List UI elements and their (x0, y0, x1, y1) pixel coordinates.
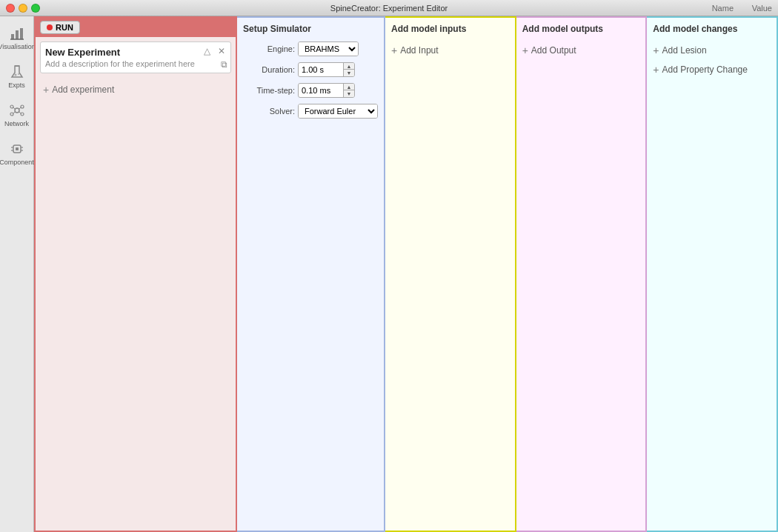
setup-simulator-column: Setup Simulator Engine: BRAHMS GeNN DAMS… (237, 16, 385, 532)
sidebar-expts-label: Expts (8, 82, 25, 90)
add-lesion-label: Add Lesion (662, 45, 707, 56)
add-input-label: Add Input (400, 45, 438, 56)
model-changes-column: Add model changes + Add Lesion + Add Pro… (647, 16, 778, 532)
add-output-label: Add Output (531, 45, 576, 56)
experiment-panel-header: RUN (36, 18, 236, 37)
duration-label: Duration: (243, 65, 295, 74)
close-icon[interactable]: ✕ (216, 45, 227, 57)
sidebar-network-label: Network (4, 121, 29, 128)
duration-value-container: ▲ ▼ (298, 62, 355, 77)
sidebar-item-expts[interactable]: Expts (2, 58, 32, 95)
window-title: SpineCreator: Experiment Editor (330, 4, 448, 13)
run-button[interactable]: RUN (40, 21, 80, 34)
maximize-button[interactable] (31, 4, 40, 13)
engine-value-container: BRAHMS GeNN DAMSON (298, 41, 359, 56)
minimize-button[interactable] (19, 4, 27, 13)
add-property-link[interactable]: + Add Property Change (653, 64, 771, 76)
svg-point-10 (21, 113, 24, 116)
network-icon (8, 102, 26, 119)
add-output-plus-icon: + (522, 44, 528, 56)
svg-line-11 (13, 107, 15, 109)
svg-line-12 (19, 107, 21, 109)
model-outputs-column: Add model outputs + Add Output (516, 16, 648, 532)
columns-container: Setup Simulator Engine: BRAHMS GeNN DAMS… (237, 16, 778, 532)
sidebar-visualisation-label: Visualisation (0, 44, 36, 51)
solver-value-container: Forward Euler Runge-Kutta 4 Backward Eul… (298, 104, 378, 119)
add-property-plus-icon: + (653, 64, 659, 76)
sidebar-item-network[interactable]: Network (2, 96, 32, 133)
svg-rect-0 (11, 34, 14, 39)
sidebar-component-label: Component (0, 159, 34, 167)
duration-spin-up[interactable]: ▲ (344, 63, 354, 70)
add-input-plus-icon: + (391, 44, 397, 56)
timestep-label: Time-step: (243, 86, 295, 95)
solver-label: Solver: (243, 107, 295, 116)
model-outputs-title: Add model outputs (522, 24, 640, 34)
svg-point-7 (10, 105, 13, 108)
engine-label: Engine: (243, 44, 295, 53)
experiment-title: New Experiment (45, 47, 226, 58)
edit-icon[interactable]: △ (201, 45, 213, 57)
sidebar: Visualisation Expts (0, 16, 34, 532)
svg-rect-1 (16, 30, 19, 39)
timestep-spin-down[interactable]: ▼ (344, 90, 354, 97)
svg-line-14 (19, 112, 21, 113)
experiment-description: Add a description for the experiment her… (45, 59, 226, 68)
add-lesion-plus-icon: + (653, 44, 659, 56)
engine-row: Engine: BRAHMS GeNN DAMSON (243, 41, 378, 56)
duration-row: Duration: ▲ ▼ (243, 62, 378, 77)
solver-row: Solver: Forward Euler Runge-Kutta 4 Back… (243, 104, 378, 119)
timestep-row: Time-step: ▲ ▼ (243, 83, 378, 98)
value-column-label: Value (752, 4, 772, 13)
add-output-link[interactable]: + Add Output (522, 44, 640, 56)
window-controls (6, 4, 40, 13)
svg-point-4 (14, 74, 16, 76)
add-experiment-plus-icon: + (43, 84, 49, 96)
component-icon (8, 140, 26, 158)
solver-select[interactable]: Forward Euler Runge-Kutta 4 Backward Eul… (299, 104, 377, 118)
engine-select[interactable]: BRAHMS GeNN DAMSON (299, 42, 358, 56)
timestep-spin-up[interactable]: ▲ (344, 84, 354, 90)
chart-icon (8, 24, 26, 42)
timestep-spinner: ▲ ▼ (343, 84, 354, 97)
run-dot-icon (47, 24, 53, 30)
svg-line-13 (13, 112, 15, 113)
svg-point-9 (10, 113, 13, 116)
duration-spin-down[interactable]: ▼ (344, 70, 354, 76)
title-bar: SpineCreator: Experiment Editor Name Val… (0, 0, 778, 16)
add-experiment-row[interactable]: + Add experiment (36, 78, 236, 102)
svg-point-6 (15, 108, 19, 113)
run-button-label: RUN (56, 23, 73, 32)
flask-icon (8, 63, 26, 81)
model-changes-title: Add model changes (653, 24, 771, 34)
add-property-label: Add Property Change (662, 64, 748, 75)
name-column-label: Name (712, 4, 734, 13)
timestep-input[interactable] (299, 84, 343, 96)
content-area: Setup Simulator Engine: BRAHMS GeNN DAMS… (237, 16, 778, 532)
setup-simulator-title: Setup Simulator (243, 24, 378, 34)
add-input-link[interactable]: + Add Input (391, 44, 509, 56)
svg-rect-2 (20, 28, 23, 39)
app-body: Visualisation Expts (0, 16, 778, 532)
experiment-item-icons: △ ✕ (201, 45, 227, 57)
svg-point-5 (18, 73, 19, 75)
close-button[interactable] (6, 4, 15, 13)
duration-input[interactable] (299, 64, 343, 76)
duration-spinner: ▲ ▼ (343, 63, 354, 76)
svg-rect-16 (16, 147, 19, 150)
model-inputs-column: Add model inputs + Add Input (385, 16, 516, 532)
experiment-item: △ ✕ New Experiment Add a description for… (40, 41, 231, 73)
add-experiment-label: Add experiment (52, 84, 114, 95)
sidebar-item-component[interactable]: Component (2, 135, 32, 172)
experiment-panel: RUN △ ✕ New Experiment Add a description… (34, 16, 237, 532)
add-lesion-link[interactable]: + Add Lesion (653, 44, 771, 56)
svg-point-8 (21, 105, 24, 108)
sidebar-item-visualisation[interactable]: Visualisation (2, 19, 32, 56)
model-inputs-title: Add model inputs (391, 24, 509, 34)
timestep-value-container: ▲ ▼ (298, 83, 355, 98)
copy-icon[interactable]: ⧉ (221, 59, 227, 70)
